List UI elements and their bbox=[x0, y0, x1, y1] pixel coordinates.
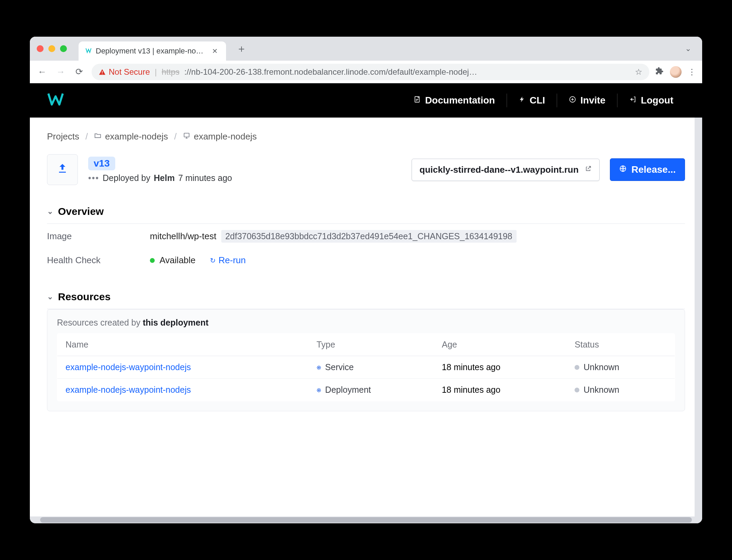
resources-caption: Resources created by this deployment bbox=[57, 318, 675, 328]
maximize-window-button[interactable] bbox=[60, 45, 67, 52]
close-window-button[interactable] bbox=[37, 45, 44, 52]
browser-window: Deployment v13 | example-nod… ✕ ＋ ⌄ ← → … bbox=[30, 37, 702, 523]
nav-cli[interactable]: CLI bbox=[507, 94, 557, 107]
version-pill[interactable]: v13 bbox=[88, 157, 115, 170]
profile-avatar[interactable] bbox=[670, 66, 682, 78]
resources-toggle[interactable]: ⌄ Resources bbox=[47, 291, 685, 309]
breadcrumb: Projects / example-nodejs / example-node… bbox=[47, 131, 685, 142]
browser-titlebar: Deployment v13 | example-nod… ✕ ＋ ⌄ bbox=[30, 37, 702, 61]
document-icon bbox=[413, 96, 421, 105]
resource-age: 18 minutes ago bbox=[442, 385, 500, 394]
nav-cli-label: CLI bbox=[530, 95, 545, 106]
new-tab-button[interactable]: ＋ bbox=[231, 42, 252, 56]
deployment-badge bbox=[47, 154, 78, 185]
refresh-icon: ↻ bbox=[210, 256, 216, 265]
deployment-header: v13 ••• Deployed by Helm 7 minutes ago q… bbox=[47, 154, 685, 185]
globe-icon bbox=[619, 165, 627, 174]
waypoint-logo-icon[interactable] bbox=[47, 92, 64, 109]
app-header: Documentation CLI Invite bbox=[30, 83, 702, 118]
url-scheme: https bbox=[162, 67, 179, 77]
resource-link[interactable]: example-nodejs-waypoint-nodejs bbox=[66, 362, 191, 372]
status-dot-grey-icon bbox=[575, 388, 579, 392]
resources-table: Name Type Age Status example-nodejs-wayp… bbox=[57, 333, 675, 401]
close-tab-icon[interactable]: ✕ bbox=[211, 47, 219, 55]
browser-tab[interactable]: Deployment v13 | example-nod… ✕ bbox=[79, 41, 226, 61]
deployment-subtitle: ••• Deployed by Helm 7 minutes ago bbox=[88, 173, 232, 183]
svg-rect-0 bbox=[102, 71, 103, 73]
horizontal-scrollbar-thumb[interactable] bbox=[40, 517, 692, 523]
col-age: Age bbox=[434, 333, 566, 356]
plus-circle-icon bbox=[569, 96, 576, 105]
waypoint-favicon-icon bbox=[85, 47, 92, 55]
breadcrumb-app[interactable]: example-nodejs bbox=[183, 131, 257, 142]
upload-icon bbox=[57, 162, 68, 177]
image-label: Image bbox=[47, 231, 150, 242]
url-path: ://nb-104-200-26-138.fremont.nodebalance… bbox=[184, 67, 630, 77]
health-label: Health Check bbox=[47, 255, 150, 266]
browser-toolbar: ← → ⟳ Not Secure | https ://nb-104-200-2… bbox=[30, 61, 702, 83]
forward-button[interactable]: → bbox=[55, 66, 67, 77]
deployment-meta: v13 ••• Deployed by Helm 7 minutes ago bbox=[88, 157, 232, 183]
kubernetes-icon: ⎈ bbox=[317, 386, 321, 394]
col-type: Type bbox=[308, 333, 434, 356]
external-link-icon bbox=[585, 165, 592, 174]
deployment-url-text: quickly-stirred-dane--v1.waypoint.run bbox=[420, 165, 579, 175]
image-hash: 2df370635d18e93bbdcc71d3d2b37ed491e54ee1… bbox=[221, 230, 517, 243]
image-name: mitchellh/wp-test bbox=[150, 231, 216, 242]
nav-logout[interactable]: Logout bbox=[617, 94, 685, 107]
kubernetes-icon: ⎈ bbox=[317, 363, 321, 372]
status-dot-grey-icon bbox=[575, 365, 579, 370]
page-body: Projects / example-nodejs / example-node… bbox=[30, 118, 702, 516]
resources-section: ⌄ Resources Resources created by this de… bbox=[47, 291, 685, 411]
more-icon[interactable]: ••• bbox=[88, 173, 99, 183]
col-name: Name bbox=[57, 333, 308, 356]
tabs-overflow-button[interactable]: ⌄ bbox=[681, 44, 695, 53]
logout-icon bbox=[629, 96, 637, 105]
reload-button[interactable]: ⟳ bbox=[73, 66, 85, 77]
chevron-down-icon: ⌄ bbox=[47, 207, 53, 216]
overview-toggle[interactable]: ⌄ Overview bbox=[47, 206, 685, 224]
release-button[interactable]: Release... bbox=[610, 158, 685, 181]
svg-rect-1 bbox=[102, 73, 103, 74]
window-controls bbox=[37, 45, 67, 52]
breadcrumb-projects[interactable]: Projects bbox=[47, 131, 79, 142]
app-nav: Documentation CLI Invite bbox=[402, 94, 685, 107]
folder-icon bbox=[94, 132, 102, 142]
app-viewport: Documentation CLI Invite bbox=[30, 83, 702, 523]
deployment-url-chip[interactable]: quickly-stirred-dane--v1.waypoint.run bbox=[412, 159, 600, 181]
app-icon bbox=[183, 132, 190, 142]
resource-age: 18 minutes ago bbox=[442, 362, 500, 372]
nav-logout-label: Logout bbox=[641, 95, 673, 106]
security-warning-icon[interactable]: Not Secure bbox=[98, 67, 150, 77]
nav-documentation[interactable]: Documentation bbox=[402, 94, 507, 107]
breadcrumb-project[interactable]: example-nodejs bbox=[94, 131, 168, 142]
back-button[interactable]: ← bbox=[36, 66, 48, 77]
horizontal-scrollbar[interactable] bbox=[30, 516, 702, 523]
status-dot-green-icon bbox=[150, 258, 155, 263]
bookmark-star-icon[interactable]: ☆ bbox=[635, 67, 642, 77]
nav-documentation-label: Documentation bbox=[425, 95, 495, 106]
minimize-window-button[interactable] bbox=[48, 45, 55, 52]
nav-invite-label: Invite bbox=[580, 95, 605, 106]
security-warning-label: Not Secure bbox=[109, 67, 150, 77]
overview-health-row: Health Check Available ↻ Re-run bbox=[47, 249, 685, 272]
chevron-down-icon: ⌄ bbox=[47, 292, 53, 301]
bolt-icon bbox=[519, 96, 526, 105]
table-row: example-nodejs-waypoint-nodejs ⎈Service … bbox=[57, 356, 675, 379]
scrollbar-thumb[interactable] bbox=[696, 121, 701, 299]
svg-rect-4 bbox=[184, 133, 189, 137]
rerun-health-button[interactable]: ↻ Re-run bbox=[210, 255, 246, 266]
browser-menu-icon[interactable]: ⋮ bbox=[688, 67, 696, 77]
extensions-icon[interactable] bbox=[656, 67, 664, 77]
col-status: Status bbox=[566, 333, 675, 356]
nav-invite[interactable]: Invite bbox=[557, 94, 617, 107]
resources-card: Resources created by this deployment Nam… bbox=[47, 309, 685, 411]
tab-title: Deployment v13 | example-nod… bbox=[96, 47, 206, 56]
overview-section: ⌄ Overview Image mitchellh/wp-test 2df37… bbox=[47, 206, 685, 272]
address-bar[interactable]: Not Secure | https ://nb-104-200-26-138.… bbox=[92, 64, 649, 80]
health-value: Available bbox=[160, 255, 196, 266]
overview-image-row: Image mitchellh/wp-test 2df370635d18e93b… bbox=[47, 224, 685, 249]
table-row: example-nodejs-waypoint-nodejs ⎈Deployme… bbox=[57, 379, 675, 401]
resource-link[interactable]: example-nodejs-waypoint-nodejs bbox=[66, 385, 191, 394]
